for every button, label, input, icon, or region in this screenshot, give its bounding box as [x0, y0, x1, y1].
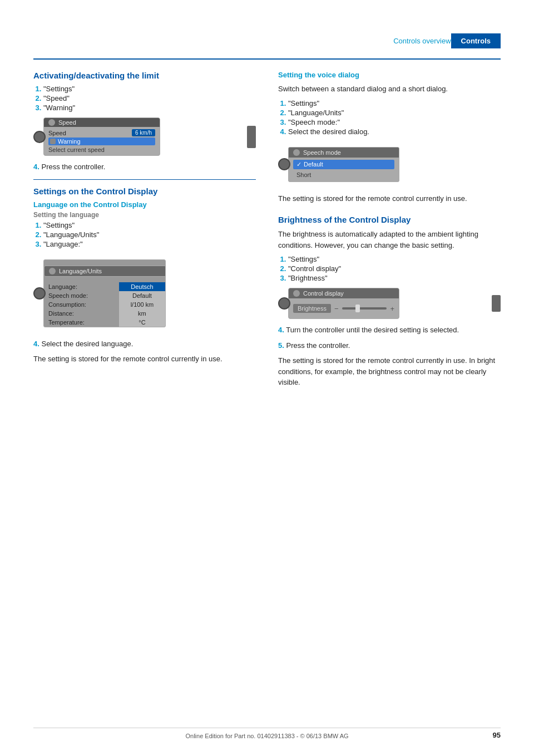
table-row: Language: Deutsch — [44, 282, 165, 291]
controller-knob-bright — [278, 297, 290, 310]
brightness-slider — [342, 307, 387, 310]
brightness-screen-title: Control display — [289, 288, 399, 298]
step-item: "Settings" — [43, 85, 256, 93]
lang-table: Language: Deutsch Speech mode: Default C… — [44, 282, 165, 327]
section-activate-limit: Activating/deactivating the limit "Setti… — [33, 71, 256, 173]
language-steps: "Settings" "Language/Units" "Language:" — [33, 221, 256, 248]
speed-screen: Speed Speed 6 km/h Warning Select c — [43, 117, 160, 156]
speech-screen-wrapper: Speech mode ✓Default Short — [278, 141, 501, 188]
language-screen: Language/Units Language: Deutsch Speech … — [43, 259, 166, 327]
settings-control-heading: Settings on the Control Display — [33, 186, 256, 196]
speed-screen-body: Speed 6 km/h Warning Select current spee… — [44, 127, 160, 155]
controller-knob-lang — [33, 287, 46, 300]
lang-screen-title: Language/Units — [44, 266, 166, 277]
language-screen-wrapper: Language/Units Language: Deutsch Speech … — [33, 254, 256, 333]
brightness-control-row: Brightness − + — [293, 304, 394, 313]
activate-limit-steps: "Settings" "Speed" "Warning" — [33, 85, 256, 112]
speed-row-speed: Speed 6 km/h — [48, 129, 155, 136]
screen-icon — [48, 119, 55, 126]
activate-limit-heading: Activating/deactivating the limit — [33, 71, 256, 80]
voice-dialog-intro: Switch between a standard dialog and a s… — [278, 84, 501, 95]
brightness-screen: Control display Brightness − + — [288, 288, 399, 319]
brightness-scrollbar — [492, 295, 501, 312]
right-column: Setting the voice dialog Switch between … — [278, 71, 501, 392]
breadcrumb-left: Controls overview — [393, 37, 451, 45]
step4-text: 4. Press the controller. — [33, 161, 256, 173]
speed-screen-title: Speed — [44, 118, 160, 127]
table-row: Temperature: °C — [44, 318, 165, 327]
footer-text: Online Edition for Part no. 01402911383 … — [185, 733, 348, 739]
speed-screen-wrapper: Speed Speed 6 km/h Warning Select c — [33, 117, 256, 156]
step-item: "Settings" — [288, 99, 501, 107]
step-item: "Language/Units" — [288, 109, 501, 117]
controller-knob-speech — [278, 158, 290, 170]
speech-screen: Speech mode ✓Default Short — [288, 147, 399, 182]
brightness-screen-wrapper: Control display Brightness − + — [278, 288, 501, 319]
step-item: "Language/Units" — [43, 230, 256, 239]
speech-row-short: Short — [293, 170, 394, 179]
page-container: Controls overview Controls Activating/de… — [0, 0, 534, 756]
step-item: "Language:" — [43, 240, 256, 248]
lang-note: The setting is stored for the remote con… — [33, 354, 256, 365]
header-bar: Controls overview Controls — [0, 33, 534, 48]
step-item: "Warning" — [43, 104, 256, 112]
brightness-intro: The brightness is automatically adapted … — [278, 229, 501, 251]
speed-row-select: Select current speed — [48, 146, 155, 153]
voice-note: The setting is stored for the remote con… — [278, 193, 501, 204]
header-divider — [33, 58, 501, 60]
step-item: Select the desired dialog. — [288, 127, 501, 136]
step-item: "Settings" — [43, 221, 256, 229]
step5-bright: 5. Press the controller. — [278, 340, 501, 351]
brightness-heading: Brightness of the Control Display — [278, 215, 501, 224]
step4-bright: 4. Turn the controller until the desired… — [278, 325, 501, 336]
voice-dialog-heading: Setting the voice dialog — [278, 71, 501, 79]
page-number: 95 — [493, 731, 501, 739]
page-footer: Online Edition for Part no. 01402911383 … — [33, 728, 501, 739]
table-row: Distance: km — [44, 309, 165, 318]
brightness-steps: "Settings" "Control display" "Brightness… — [278, 255, 501, 282]
step-item: "Speed" — [43, 94, 256, 102]
slider-thumb — [355, 305, 360, 312]
brightness-note: The setting is stored for the remote con… — [278, 355, 501, 388]
table-row: Consumption: l/100 km — [44, 300, 165, 309]
step-item: "Settings" — [288, 255, 501, 263]
table-row: Speech mode: Default — [44, 291, 165, 300]
section-settings-control: Settings on the Control Display Language… — [33, 186, 256, 365]
voice-dialog-steps: "Settings" "Language/Units" "Speech mode… — [278, 99, 501, 136]
breadcrumb-right: Controls — [451, 33, 501, 48]
language-control-heading: Language on the Control Display — [33, 200, 256, 209]
step-item: "Control display" — [288, 264, 501, 273]
step4-lang: 4. Select the desired language. — [33, 338, 256, 350]
section-voice-dialog: Setting the voice dialog Switch between … — [278, 71, 501, 204]
speed-row-warning: Warning — [48, 138, 155, 145]
section-brightness: Brightness of the Control Display The br… — [278, 215, 501, 388]
section-divider — [33, 179, 256, 180]
step-item: "Speech mode:" — [288, 118, 501, 126]
speech-row-default: ✓Default — [293, 160, 394, 169]
brightness-screen-body: Brightness − + — [289, 298, 399, 318]
left-column: Activating/deactivating the limit "Setti… — [33, 71, 256, 392]
speech-screen-title: Speech mode — [289, 148, 399, 158]
speech-screen-body: ✓Default Short — [289, 158, 399, 181]
content-columns: Activating/deactivating the limit "Setti… — [0, 71, 534, 392]
controller-knob — [33, 131, 46, 143]
step-item: "Brightness" — [288, 274, 501, 282]
screen-scrollbar — [247, 126, 256, 148]
setting-language-heading: Setting the language — [33, 211, 256, 219]
